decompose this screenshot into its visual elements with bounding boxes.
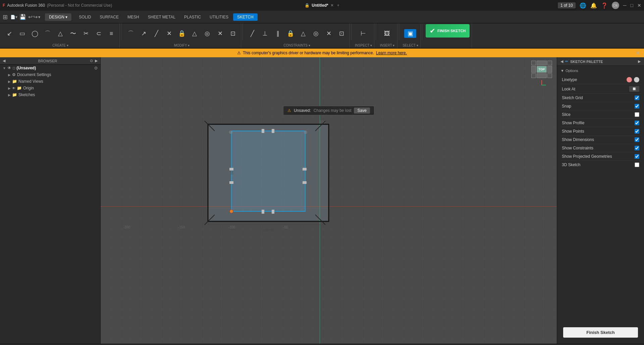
unsaved-settings-icon[interactable]: ⊙ <box>94 66 98 70</box>
arc-tool[interactable]: ⌒ <box>42 29 54 38</box>
create-tools: ↙ ▭ ◯ ⌒ △ 〜 ✂ ⊂ ≡ <box>3 24 117 43</box>
show-points-checkbox[interactable] <box>635 129 639 134</box>
redo-icon[interactable]: ↪ <box>33 14 38 20</box>
warning-close-button[interactable]: ✕ <box>636 50 640 56</box>
tab-sheet-metal[interactable]: SHEET METAL <box>144 13 179 21</box>
expand-arrow-named: ▶ <box>8 80 11 83</box>
close-tab-icon[interactable]: ✕ <box>330 3 334 8</box>
show-constraints-checkbox[interactable] <box>635 146 639 150</box>
undo-icon[interactable]: ↩ <box>28 14 33 20</box>
visibility-icon[interactable]: 👁 <box>7 66 11 70</box>
select-tool[interactable]: ▣ <box>404 29 416 38</box>
palette-collapse-left[interactable]: ◀ <box>560 59 563 64</box>
line-tool[interactable]: ↙ <box>3 29 15 38</box>
quick-access-icon[interactable]: ⊞ <box>3 13 8 21</box>
user-avatar[interactable]: Ok <box>612 2 619 9</box>
constraint1[interactable]: ╱ <box>246 29 258 38</box>
snap-checkbox[interactable] <box>635 104 639 109</box>
sep3 <box>351 23 352 40</box>
browser-collapse-icon[interactable]: ◀ <box>3 59 5 63</box>
constraint7[interactable]: ✕ <box>323 29 335 38</box>
tab-surface[interactable]: SURFACE <box>96 13 123 21</box>
trim-modify-tool[interactable]: ↗ <box>138 29 150 38</box>
ruler-label-neg200: -200 <box>123 225 130 229</box>
tab-solid[interactable]: SOLID <box>75 13 95 21</box>
fillet-tool[interactable]: ⌒ <box>125 29 137 38</box>
slice-checkbox[interactable] <box>635 112 639 117</box>
browser-item-named-views[interactable]: ▶ 📁 Named Views <box>0 78 100 85</box>
move-tool[interactable]: ✕ <box>214 29 226 38</box>
polygon-tool[interactable]: △ <box>54 29 66 38</box>
palette-expand-right[interactable]: ▶ <box>638 59 641 64</box>
sep2 <box>243 23 243 40</box>
canvas-area[interactable]: -200 -150 -100 -50 100 ⚠ Unsaved: Change… <box>101 57 557 344</box>
offset-tool[interactable]: ⊂ <box>93 29 105 38</box>
visibility-icon-origin[interactable]: 👁 <box>12 86 15 90</box>
scale-tool[interactable]: 🔒 <box>176 29 188 38</box>
tab-sketch[interactable]: SKETCH <box>233 13 258 21</box>
linetype-option-1[interactable] <box>627 77 632 82</box>
browser-item-unsaved[interactable]: ▼ 👁 □ (Unsaved) ⊙ <box>0 65 100 71</box>
finish-sketch-button[interactable]: Finish Sketch <box>563 327 638 338</box>
ruler-label-neg150: -150 <box>178 225 185 229</box>
show-dimensions-checkbox[interactable] <box>635 137 639 142</box>
insert-tools: 🖼 <box>381 24 393 43</box>
insert-image-tool[interactable]: 🖼 <box>381 29 393 38</box>
tab-plastic[interactable]: PLASTIC <box>180 13 205 21</box>
folder-icon-named: 📁 <box>12 79 17 84</box>
browser-item-sketches[interactable]: ▶ 📁 Sketches <box>0 91 100 98</box>
linetype-option-2[interactable] <box>634 77 639 82</box>
view-cube-top[interactable]: TOP <box>537 66 547 73</box>
options-collapse-icon: ▼ <box>560 69 564 73</box>
view-cube[interactable]: TOP <box>530 61 553 84</box>
sep1 <box>121 23 121 40</box>
rotate-tool[interactable]: ◎ <box>201 29 213 38</box>
file-menu-icon[interactable]: 📄▾ <box>10 15 17 19</box>
origin-label: Origin <box>23 86 34 90</box>
constraint8[interactable]: ⊡ <box>335 29 347 38</box>
show-profile-checkbox[interactable] <box>635 121 639 125</box>
maximize-button[interactable]: □ <box>631 3 633 8</box>
constraint4[interactable]: 🔒 <box>284 29 297 38</box>
warning-link[interactable]: Learn more here. <box>376 51 407 55</box>
palette-icon: ✏ <box>565 59 568 64</box>
copy-tool[interactable]: ⊡ <box>227 29 239 38</box>
minimize-button[interactable]: ─ <box>623 3 627 8</box>
constraint5[interactable]: △ <box>297 29 309 38</box>
browser-item-doc-settings[interactable]: ▶ ⚙ Document Settings <box>0 71 100 78</box>
modify-label: MODIFY ▾ <box>174 43 190 47</box>
browser-expand-icon[interactable]: ▶ <box>95 59 98 63</box>
show-projected-checkbox[interactable] <box>635 154 639 159</box>
rectangle-tool[interactable]: ▭ <box>16 29 28 38</box>
finish-sketch-ribbon-button[interactable]: ✔ FINISH SKETCH <box>426 24 470 38</box>
mirror-tool[interactable]: ≡ <box>105 29 117 38</box>
options-section-title[interactable]: ▼ Options <box>560 69 641 73</box>
save-icon[interactable]: 💾 <box>19 14 26 20</box>
look-at-button[interactable]: 🔲 <box>629 86 639 92</box>
design-button[interactable]: DESIGN ▾ <box>45 13 71 21</box>
spline-tool[interactable]: 〜 <box>67 29 79 38</box>
extend-tool[interactable]: ╱ <box>150 29 162 38</box>
trim-tool[interactable]: ✂ <box>80 29 92 38</box>
browser-filter-icon[interactable]: ⊙ <box>90 59 93 63</box>
change-param-tool[interactable]: △ <box>189 29 201 38</box>
app-title: Autodesk Fusion 360 <box>7 3 45 8</box>
constraint6[interactable]: ◎ <box>310 29 322 38</box>
measure-tool[interactable]: ⊢ <box>357 29 369 38</box>
notifications-icon[interactable]: 🔔 <box>590 2 597 9</box>
sketch-3d-checkbox[interactable] <box>635 162 639 167</box>
sketch-grid-checkbox[interactable] <box>635 95 639 100</box>
help-icon[interactable]: ❓ <box>601 2 608 9</box>
constraint3[interactable]: ∥ <box>272 29 284 38</box>
tab-utilities[interactable]: UTILITIES <box>206 13 232 21</box>
constraint2[interactable]: ⊥ <box>259 29 271 38</box>
save-button[interactable]: Save <box>354 108 370 114</box>
close-button[interactable]: ✕ <box>637 3 641 8</box>
page-counter[interactable]: 1 of 10 <box>558 2 576 8</box>
tab-mesh[interactable]: MESH <box>123 13 143 21</box>
circle-tool[interactable]: ◯ <box>29 29 41 38</box>
undo-dropdown[interactable]: ▾ <box>38 15 40 19</box>
add-tab-icon[interactable]: + <box>337 3 339 8</box>
browser-item-origin[interactable]: ▶ 👁 📁 Origin <box>0 85 100 91</box>
break-tool[interactable]: ✕ <box>163 29 175 38</box>
